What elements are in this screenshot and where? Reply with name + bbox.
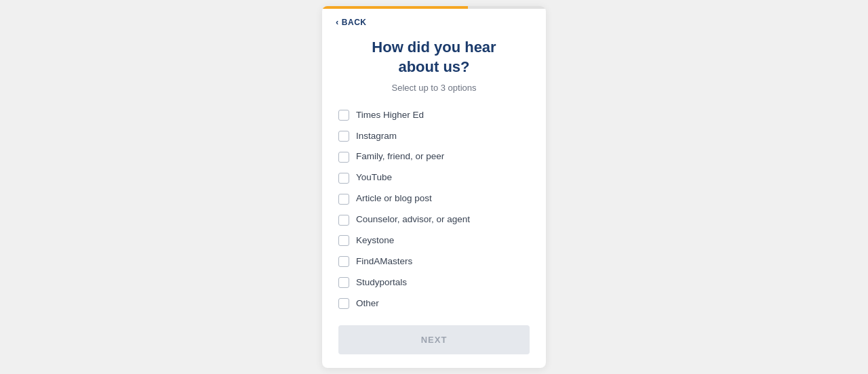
option-label-opt6[interactable]: Counselor, advisor, or agent [338,213,530,226]
option-text: Instagram [356,130,397,143]
option-text: Family, friend, or peer [356,150,444,163]
option-label-opt10[interactable]: Other [338,297,530,310]
option-text: Keystone [356,234,394,247]
list-item[interactable]: YouTube [338,167,530,188]
option-label-opt2[interactable]: Instagram [338,130,530,143]
back-link[interactable]: ‹ BACK [322,9,380,33]
list-item[interactable]: Studyportals [338,272,530,293]
checkbox-opt6[interactable] [338,215,349,226]
checkbox-opt8[interactable] [338,256,349,267]
options-list: Times Higher EdInstagramFamily, friend, … [338,105,530,314]
back-label: BACK [342,18,367,27]
list-item[interactable]: FindAMasters [338,251,530,272]
option-text: Studyportals [356,276,407,289]
list-item[interactable]: Instagram [338,126,530,147]
card-body: How did you hear about us? Select up to … [322,38,546,314]
option-label-opt4[interactable]: YouTube [338,171,530,184]
survey-card: ‹ BACK How did you hear about us? Select… [322,6,546,367]
checkbox-opt3[interactable] [338,152,349,163]
option-label-opt9[interactable]: Studyportals [338,276,530,289]
option-text: Counselor, advisor, or agent [356,213,470,226]
option-label-opt3[interactable]: Family, friend, or peer [338,150,530,163]
list-item[interactable]: Other [338,293,530,314]
checkbox-opt4[interactable] [338,173,349,184]
option-label-opt5[interactable]: Article or blog post [338,192,530,205]
list-item[interactable]: Article or blog post [338,188,530,209]
list-item[interactable]: Times Higher Ed [338,105,530,126]
option-text: YouTube [356,171,392,184]
option-text: Article or blog post [356,192,432,205]
option-label-opt7[interactable]: Keystone [338,234,530,247]
checkbox-opt7[interactable] [338,235,349,246]
checkbox-opt10[interactable] [338,298,349,309]
option-label-opt8[interactable]: FindAMasters [338,255,530,268]
next-button[interactable]: NEXT [338,325,530,354]
option-text: Other [356,297,379,310]
checkbox-opt9[interactable] [338,277,349,288]
checkbox-opt1[interactable] [338,110,349,121]
option-text: FindAMasters [356,255,412,268]
question-subtitle: Select up to 3 options [338,83,530,93]
question-title: How did you hear about us? [338,38,530,77]
option-text: Times Higher Ed [356,109,424,122]
option-label-opt1[interactable]: Times Higher Ed [338,109,530,122]
list-item[interactable]: Keystone [338,230,530,251]
checkbox-opt2[interactable] [338,131,349,142]
chevron-left-icon: ‹ [336,17,339,27]
list-item[interactable]: Family, friend, or peer [338,146,530,167]
checkbox-opt5[interactable] [338,194,349,205]
list-item[interactable]: Counselor, advisor, or agent [338,209,530,230]
